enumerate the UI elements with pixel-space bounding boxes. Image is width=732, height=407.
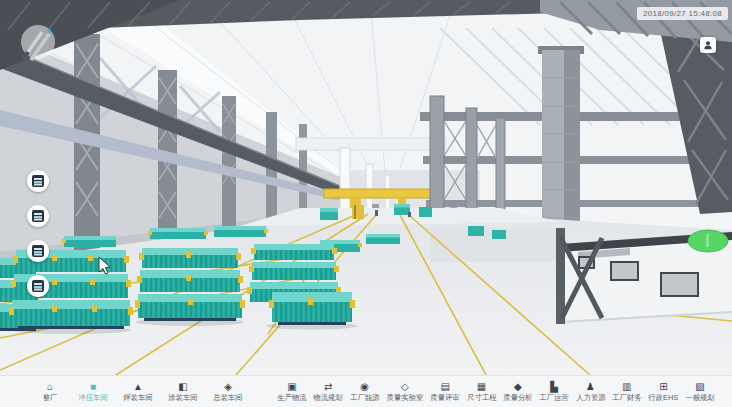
toolbar-item-welding-shop[interactable]: ▲ 焊装车间	[122, 381, 154, 402]
scene-hotspot-column	[27, 170, 49, 297]
ruler-icon: ▦	[477, 381, 486, 392]
analysis-icon: ◆	[514, 381, 522, 392]
welding-icon: ▲	[133, 381, 143, 392]
route-plan-icon: ⇄	[324, 381, 332, 392]
dashboard-panel-icon	[32, 280, 44, 292]
hotspot-kpi-2-button[interactable]	[27, 205, 49, 227]
toolbar-group-modules: ▣ 生产物流 ⇄ 物流规划 ◉ 工厂能源 ◇ 质量实验室 ▤ 质量评审 ▦ 尺寸…	[276, 381, 716, 402]
die-single-front	[269, 292, 355, 325]
toolbar-item-stamping-shop[interactable]: ■ 冲压车间	[77, 381, 109, 402]
toolbar-item-logistics-planning[interactable]: ⇄ 物流规划	[312, 381, 344, 402]
toolbar-item-whole-plant[interactable]: ⌂ 整厂	[36, 381, 64, 402]
hotspot-kpi-1-button[interactable]	[27, 170, 49, 192]
press-die-icon: ■	[90, 381, 96, 392]
datetime-display: 2018/09/27 15:48:08	[637, 7, 728, 20]
dashboard-panel-icon	[32, 210, 44, 222]
toolbar-item-dimension-engineering[interactable]: ▦ 尺寸工程	[466, 381, 498, 402]
toolbar-item-factory-operations[interactable]: ▙ 工厂运营	[538, 381, 570, 402]
bottom-toolbar: ⌂ 整厂 ■ 冲压车间 ▲ 焊装车间 ◧ 涂装车间 ◈ 总装车间 ▣ 生产物流 …	[0, 375, 732, 407]
energy-icon: ◉	[360, 381, 369, 392]
hotspot-kpi-4-button[interactable]	[27, 275, 49, 297]
toolbar-item-factory-energy[interactable]: ◉ 工厂能源	[349, 381, 381, 402]
die-stack-2	[135, 248, 245, 321]
ehs-grid-icon: ⊞	[659, 381, 667, 392]
lab-icon: ◇	[401, 381, 409, 392]
dashboard-panel-icon	[32, 245, 44, 257]
factory-3d-scene[interactable]	[0, 0, 732, 375]
user-icon	[702, 39, 714, 51]
toolbar-item-final-assembly-shop[interactable]: ◈ 总装车间	[212, 381, 244, 402]
toolbar-item-general-planning[interactable]: ▧ 一般规划	[684, 381, 716, 402]
toolbar-item-human-resources[interactable]: ♟ 人力资源	[575, 381, 607, 402]
person-icon: ♟	[586, 381, 595, 392]
digital-twin-app: 2018/09/27 15:48:08 ⌂ 整厂 ■	[0, 0, 732, 407]
hotspot-kpi-3-button[interactable]	[27, 240, 49, 262]
toolbar-item-factory-finance[interactable]: ▥ 工厂财务	[611, 381, 643, 402]
factory-icon: ⌂	[47, 381, 53, 392]
review-doc-icon: ▤	[441, 381, 450, 392]
toolbar-item-quality-review[interactable]: ▤ 质量评审	[429, 381, 461, 402]
toolbar-item-production-logistics[interactable]: ▣ 生产物流	[276, 381, 308, 402]
toolbar-group-workshops: ⌂ 整厂 ■ 冲压车间 ▲ 焊装车间 ◧ 涂装车间 ◈ 总装车间	[36, 381, 244, 402]
dashboard-panel-icon	[32, 175, 44, 187]
truck-icon: ▣	[287, 381, 296, 392]
toolbar-item-quality-analysis[interactable]: ◆ 质量分析	[502, 381, 534, 402]
operations-chart-icon: ▙	[550, 381, 558, 392]
finance-icon: ▥	[622, 381, 631, 392]
planning-doc-icon: ▧	[695, 381, 704, 392]
assembly-icon: ◈	[224, 381, 232, 392]
paint-icon: ◧	[178, 381, 187, 392]
toolbar-item-quality-lab[interactable]: ◇ 质量实验室	[385, 381, 425, 402]
toolbar-item-admin-ehs[interactable]: ⊞ 行政EHS	[647, 381, 679, 402]
user-button[interactable]	[700, 37, 716, 53]
press-die-stacks	[0, 244, 358, 334]
toolbar-item-paint-shop[interactable]: ◧ 涂装车间	[167, 381, 199, 402]
green-status-marker[interactable]	[688, 230, 728, 252]
